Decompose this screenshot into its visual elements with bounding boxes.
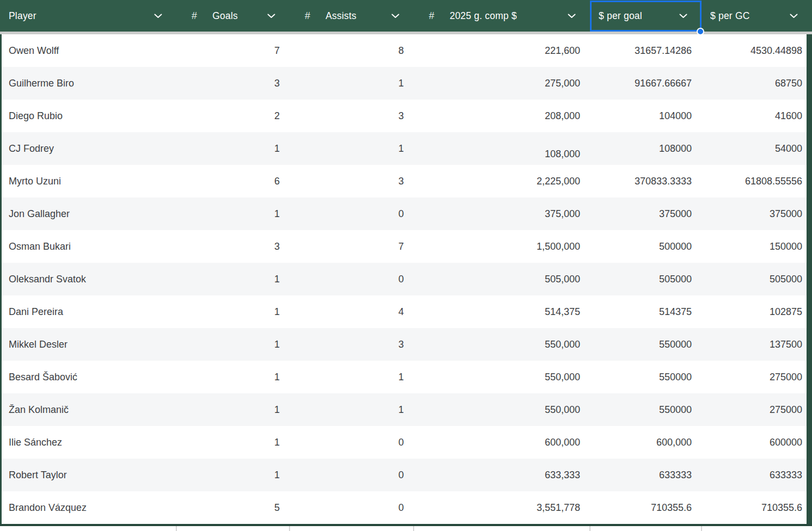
cell-player[interactable]: Guilherme Biro bbox=[0, 67, 176, 100]
column-header-comp-2025[interactable]: # 2025 g. comp $ bbox=[414, 0, 590, 32]
cell-comp-2025[interactable]: 514,375 bbox=[414, 295, 590, 328]
cell-per-gc[interactable]: 61808.55556 bbox=[702, 165, 812, 197]
table-row[interactable]: Ilie Sánchez 1 0 600,000 600,000 600000 bbox=[0, 426, 812, 459]
cell-per-goal[interactable]: 514375 bbox=[590, 295, 702, 328]
cell-player[interactable]: Brandon Vázquez bbox=[0, 491, 176, 524]
cell-goals[interactable]: 7 bbox=[176, 34, 290, 67]
cell-goals[interactable]: 1 bbox=[176, 361, 290, 393]
column-header-goals[interactable]: # Goals bbox=[176, 0, 290, 32]
table-row[interactable]: Robert Taylor 1 0 633,333 633333 633333 bbox=[0, 459, 812, 491]
chevron-down-icon[interactable] bbox=[154, 14, 162, 18]
cell-assists[interactable]: 7 bbox=[290, 230, 414, 263]
table-row[interactable]: Diego Rubio 2 3 208,000 104000 41600 bbox=[0, 100, 812, 132]
table-row[interactable]: Dani Pereira 1 4 514,375 514375 102875 bbox=[0, 295, 812, 328]
cell-per-gc[interactable]: 68750 bbox=[702, 67, 812, 100]
table-row[interactable]: Mikkel Desler 1 3 550,000 550000 137500 bbox=[0, 328, 812, 361]
column-header-player[interactable]: Player bbox=[0, 0, 176, 32]
cell-comp-2025[interactable]: 550,000 bbox=[414, 328, 590, 361]
cell-per-goal[interactable]: 91667.66667 bbox=[590, 67, 702, 100]
cell-goals[interactable]: 1 bbox=[176, 197, 290, 230]
table-row[interactable]: Osman Bukari 3 7 1,500,000 500000 150000 bbox=[0, 230, 812, 263]
cell-per-goal[interactable]: 550000 bbox=[590, 328, 702, 361]
cell-comp-2025[interactable]: 375,000 bbox=[414, 197, 590, 230]
cell-per-gc[interactable]: 375000 bbox=[702, 197, 812, 230]
cell-player[interactable]: Oleksandr Svatok bbox=[0, 263, 176, 295]
cell-assists[interactable]: 8 bbox=[290, 34, 414, 67]
cell-per-goal[interactable]: 710355.6 bbox=[590, 491, 702, 524]
cell-per-goal[interactable]: 108000 bbox=[590, 132, 702, 165]
cell-per-gc[interactable]: 710355.6 bbox=[702, 491, 812, 524]
cell-per-gc[interactable]: 41600 bbox=[702, 100, 812, 132]
cell-goals[interactable]: 3 bbox=[176, 67, 290, 100]
cell-player[interactable]: Besard Šabović bbox=[0, 361, 176, 393]
cell-assists[interactable]: 3 bbox=[290, 328, 414, 361]
cell-assists[interactable]: 1 bbox=[290, 132, 414, 165]
cell-player[interactable]: Ilie Sánchez bbox=[0, 426, 176, 459]
cell-per-goal[interactable]: 31657.14286 bbox=[590, 34, 702, 67]
cell-goals[interactable]: 1 bbox=[176, 132, 290, 165]
cell-comp-2025[interactable]: 505,000 bbox=[414, 263, 590, 295]
cell-per-gc[interactable]: 600000 bbox=[702, 426, 812, 459]
table-row[interactable]: CJ Fodrey 1 1 108,000 108000 54000 bbox=[0, 132, 812, 165]
cell-per-goal[interactable]: 375000 bbox=[590, 197, 702, 230]
cell-goals[interactable]: 2 bbox=[176, 100, 290, 132]
cell-assists[interactable]: 3 bbox=[290, 165, 414, 197]
cell-goals[interactable]: 1 bbox=[176, 393, 290, 426]
cell-per-goal[interactable]: 600,000 bbox=[590, 426, 702, 459]
cell-per-gc[interactable]: 275000 bbox=[702, 393, 812, 426]
column-header-per-goal[interactable]: $ per goal bbox=[590, 0, 702, 32]
cell-per-goal[interactable]: 633333 bbox=[590, 459, 702, 491]
chevron-down-icon[interactable] bbox=[568, 14, 576, 18]
cell-player[interactable]: Diego Rubio bbox=[0, 100, 176, 132]
fill-handle[interactable] bbox=[697, 28, 704, 35]
cell-per-goal[interactable]: 550000 bbox=[590, 393, 702, 426]
cell-goals[interactable]: 1 bbox=[176, 459, 290, 491]
cell-player[interactable]: CJ Fodrey bbox=[0, 132, 176, 165]
cell-goals[interactable]: 1 bbox=[176, 263, 290, 295]
cell-goals[interactable]: 1 bbox=[176, 295, 290, 328]
table-row[interactable]: Besard Šabović 1 1 550,000 550000 275000 bbox=[0, 361, 812, 393]
cell-assists[interactable]: 0 bbox=[290, 459, 414, 491]
chevron-down-icon[interactable] bbox=[679, 14, 687, 18]
cell-comp-2025[interactable]: 1,500,000 bbox=[414, 230, 590, 263]
cell-assists[interactable]: 1 bbox=[290, 393, 414, 426]
table-row[interactable]: Myrto Uzuni 6 3 2,225,000 370833.3333 61… bbox=[0, 165, 812, 197]
cell-goals[interactable]: 6 bbox=[176, 165, 290, 197]
chevron-down-icon[interactable] bbox=[267, 14, 275, 18]
cell-player[interactable]: Mikkel Desler bbox=[0, 328, 176, 361]
table-row[interactable]: Žan Kolmanič 1 1 550,000 550000 275000 bbox=[0, 393, 812, 426]
cell-goals[interactable]: 1 bbox=[176, 328, 290, 361]
cell-per-gc[interactable]: 54000 bbox=[702, 132, 812, 165]
cell-assists[interactable]: 1 bbox=[290, 67, 414, 100]
chevron-down-icon[interactable] bbox=[391, 14, 399, 18]
cell-comp-2025[interactable]: 108,000 bbox=[414, 138, 590, 170]
cell-per-goal[interactable]: 505000 bbox=[590, 263, 702, 295]
cell-per-gc[interactable]: 275000 bbox=[702, 361, 812, 393]
column-header-per-gc[interactable]: $ per GC bbox=[702, 0, 812, 32]
cell-per-gc[interactable]: 505000 bbox=[702, 263, 812, 295]
cell-goals[interactable]: 1 bbox=[176, 426, 290, 459]
cell-goals[interactable]: 3 bbox=[176, 230, 290, 263]
cell-per-gc[interactable]: 137500 bbox=[702, 328, 812, 361]
cell-player[interactable]: Jon Gallagher bbox=[0, 197, 176, 230]
cell-per-goal[interactable]: 500000 bbox=[590, 230, 702, 263]
cell-comp-2025[interactable]: 208,000 bbox=[414, 100, 590, 132]
cell-comp-2025[interactable]: 550,000 bbox=[414, 393, 590, 426]
table-row[interactable]: Brandon Vázquez 5 0 3,551,778 710355.6 7… bbox=[0, 491, 812, 524]
chevron-down-icon[interactable] bbox=[790, 14, 798, 18]
cell-comp-2025[interactable]: 600,000 bbox=[414, 426, 590, 459]
cell-player[interactable]: Owen Wolff bbox=[0, 34, 176, 67]
cell-assists[interactable]: 4 bbox=[290, 295, 414, 328]
cell-assists[interactable]: 3 bbox=[290, 100, 414, 132]
cell-player[interactable]: Myrto Uzuni bbox=[0, 165, 176, 197]
column-header-assists[interactable]: # Assists bbox=[290, 0, 414, 32]
cell-per-goal[interactable]: 370833.3333 bbox=[590, 165, 702, 197]
cell-assists[interactable]: 0 bbox=[290, 491, 414, 524]
cell-player[interactable]: Žan Kolmanič bbox=[0, 393, 176, 426]
cell-per-gc[interactable]: 4530.44898 bbox=[702, 34, 812, 67]
cell-assists[interactable]: 0 bbox=[290, 263, 414, 295]
cell-player[interactable]: Dani Pereira bbox=[0, 295, 176, 328]
cell-per-goal[interactable]: 550000 bbox=[590, 361, 702, 393]
cell-assists[interactable]: 0 bbox=[290, 197, 414, 230]
cell-assists[interactable]: 1 bbox=[290, 361, 414, 393]
